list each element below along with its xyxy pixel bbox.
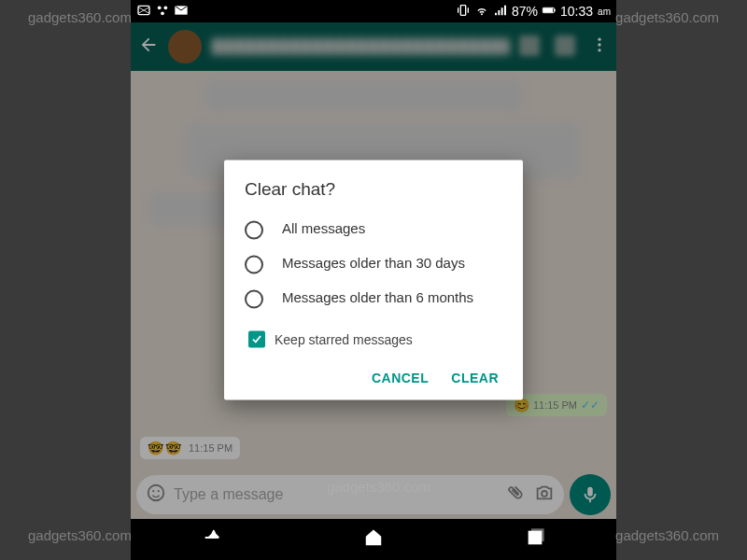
dialog-title: Clear chat? — [245, 179, 502, 200]
phone-frame: 87% 10:33 am 😊 11:15 PM ✓✓ 🤓 🤓 11:15 PM — [131, 0, 616, 560]
svg-rect-16 — [532, 529, 544, 541]
radio-label: Messages older than 30 days — [282, 255, 465, 273]
radio-icon — [245, 290, 263, 309]
radio-option-6-months[interactable]: Messages older than 6 months — [245, 282, 502, 316]
navbar — [131, 519, 616, 560]
radio-option-all[interactable]: All messages — [245, 213, 502, 247]
signal-icon — [493, 3, 508, 21]
battery-percent: 87% — [512, 4, 538, 19]
notif-icon-2 — [155, 3, 170, 21]
wifi-icon — [474, 3, 489, 21]
nav-recent-icon[interactable] — [525, 527, 545, 552]
cancel-button[interactable]: CANCEL — [372, 371, 429, 385]
nav-back-icon[interactable] — [202, 527, 222, 552]
nav-home-icon[interactable] — [363, 527, 384, 552]
watermark: gadgets360.com — [28, 527, 132, 543]
checkbox-keep-starred[interactable]: Keep starred messages — [248, 331, 502, 348]
watermark: gadgets360.com — [615, 527, 719, 543]
clear-chat-dialog: Clear chat? All messages Messages older … — [224, 161, 523, 400]
dialog-actions: CANCEL CLEAR — [245, 365, 502, 391]
statusbar: 87% 10:33 am — [131, 0, 616, 22]
watermark: gadgets360.com — [327, 479, 430, 495]
checkbox-icon — [248, 331, 265, 348]
notif-icon-1 — [136, 3, 151, 21]
radio-option-30-days[interactable]: Messages older than 30 days — [245, 247, 502, 282]
svg-rect-4 — [460, 5, 465, 15]
svg-rect-7 — [554, 8, 555, 11]
watermark: gadgets360.com — [28, 9, 132, 25]
svg-point-3 — [161, 11, 164, 15]
checkbox-label: Keep starred messages — [275, 332, 413, 347]
svg-point-2 — [163, 6, 167, 9]
clock-time: 10:33 — [560, 4, 593, 19]
clear-button[interactable]: CLEAR — [451, 371, 499, 385]
svg-rect-6 — [543, 8, 553, 12]
radio-icon — [245, 221, 263, 240]
watermark: gadgets360.com — [615, 9, 719, 25]
vibrate-icon — [456, 3, 471, 21]
radio-label: Messages older than 6 months — [282, 289, 473, 307]
svg-point-1 — [158, 6, 162, 9]
mail-icon — [174, 3, 189, 21]
radio-icon — [245, 256, 263, 274]
radio-label: All messages — [282, 220, 365, 238]
battery-icon — [542, 3, 557, 21]
clock-suffix: am — [598, 7, 611, 17]
